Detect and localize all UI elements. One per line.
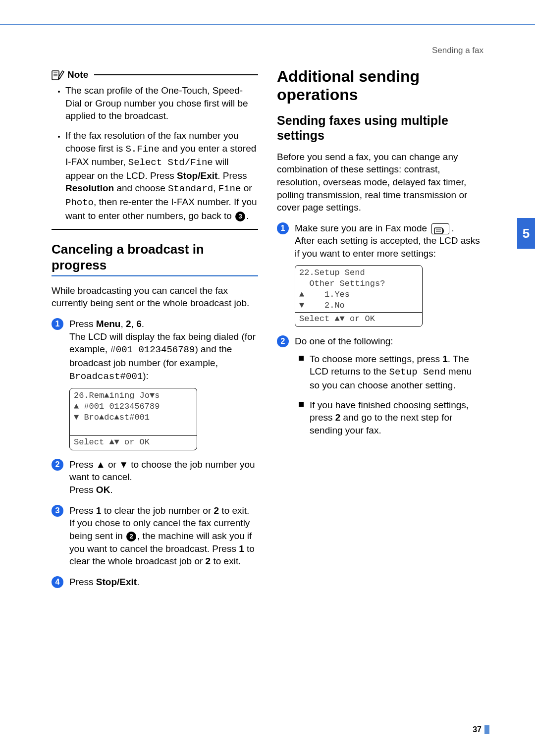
code-sfine: S.Fine [125,144,159,155]
code-fine: Fine [218,183,241,194]
key-1: 1 [96,505,102,516]
t: Press [69,459,96,470]
step-badge-2: 2 [52,459,63,471]
cancel-step-1: 1 Press Menu, 2, 6. The LCD will display… [52,318,258,450]
key-6: 6 [136,319,142,329]
multi-step-1: 1 Make sure you are in Fax mode . After … [277,222,483,327]
heading-multiple-settings: Sending faxes using multiple settings [277,113,483,143]
t: or [106,459,119,470]
t: , [213,183,218,193]
option-finished: If you have finished choosing settings, … [299,399,483,437]
lcd-line: 22.Setup Send [299,268,418,278]
heading-rule [52,275,258,276]
lcd-remaining-jobs: 26.Rem▲ining Jo▼s ▲ #001 0123456789 ▼ Br… [69,388,197,450]
ref-step-3-icon: 3 [235,212,245,221]
fax-mode-icon [431,223,449,234]
t: , [120,319,126,329]
lcd-line: ▲ #001 0123456789 [74,401,193,412]
code-photo: Photo [65,197,94,208]
note-title: Note [67,69,88,80]
key-2: 2 [214,505,219,516]
code-select-std-fine: Select Std/Fine [128,157,213,168]
page-number: 37 [473,725,482,734]
cancel-intro: While broadcasting you can cancel the fa… [52,284,258,310]
t: . [142,319,144,329]
heading-cancel-broadcast: Canceling a broadcast in progress [52,242,258,272]
note-end-rule [52,229,258,230]
t: After each setting is accepted, the LCD … [295,235,480,259]
btn-ok: OK [96,485,110,495]
btn-stop-exit: Stop/Exit [96,577,137,587]
cancel-step-2: 2 Press ▲ or ▼ to choose the job number … [52,458,258,496]
key-2: 2 [335,412,341,423]
t: or [241,183,252,193]
step-badge-1: 1 [52,318,63,330]
key-2: 2 [206,556,211,566]
option-more-settings: To choose more settings, press 1. The LC… [299,353,483,392]
cancel-step-3: 3 Press 1 to clear the job number or 2 t… [52,504,258,568]
note-bullet-2: If the fax resolution of the fax number … [65,129,258,222]
code-broadcast-example: Broadcast#001 [69,371,143,382]
ref-step-2-icon: 2 [126,532,136,541]
t: to exit. [219,505,249,516]
note-bullet-1-text: The scan profile of the One-Touch, Speed… [65,85,248,121]
multiple-settings-intro: Before you send a fax, you can change an… [277,151,483,214]
btn-resolution: Resolution [65,183,114,193]
left-column: Note The scan profile of the One-Touch, … [52,40,258,736]
lcd-line: ▼ Bro▲dc▲st#001 [74,412,193,423]
up-arrow-icon: ▲ [96,459,106,470]
step-badge-3: 3 [52,505,63,517]
page-number-bar [484,725,489,734]
step-badge-2: 2 [277,335,289,347]
note-icon [52,69,64,80]
lcd-line: ▲ 1.Yes [299,289,418,300]
down-arrow-icon: ▼ [119,459,128,470]
svg-rect-4 [434,228,442,234]
code-dial-example: #001 0123456789 [110,344,195,355]
lcd-setup-send: 22.Setup Send Other Settings? ▲ 1.Yes ▼ … [295,265,423,327]
lcd-footer: Select ▲▼ or OK [295,312,422,325]
lcd-line: ▼ 2.No [299,300,418,311]
t: and choose [114,183,168,193]
chapter-tab: 5 [517,218,535,249]
top-rule [0,24,535,25]
t: Press [69,577,96,587]
lcd-footer: Select ▲▼ or OK [70,435,197,449]
note-bullet-1: The scan profile of the One-Touch, Speed… [65,84,258,122]
step-badge-1: 1 [277,222,289,234]
cancel-step-4: 4 Press Stop/Exit. [52,576,258,589]
multi-step-2: 2 Do one of the following: To choose mor… [277,335,483,436]
key-1: 1 [239,543,244,554]
note-header-rule [94,74,258,75]
lcd-line: Other Settings? [299,278,418,289]
code-standard: Standard [168,183,213,194]
step-badge-4: 4 [52,576,63,588]
t: ): [143,371,149,381]
t: . [110,485,112,495]
t: , [131,319,137,329]
svg-rect-0 [52,71,59,80]
lcd-line [74,424,193,434]
t: Make sure you are in Fax mode [295,223,429,233]
btn-stop-exit: Stop/Exit [177,170,217,181]
right-column: Additional sending operations Sending fa… [277,40,483,736]
t: Press [69,485,96,495]
t: . [137,577,139,587]
t: . Press [217,170,247,181]
key-2: 2 [126,319,131,329]
t: To choose more settings, press [310,354,442,364]
code-setup-send: Setup Send [389,367,446,378]
t: . [451,223,454,233]
lcd-line: 26.Rem▲ining Jo▼s [74,390,193,401]
t: to clear the job number or [101,505,214,516]
t: . [246,211,249,221]
t: Press [69,505,96,516]
t: Do one of the following: [295,336,393,346]
t: Press [69,319,96,329]
key-1: 1 [442,354,448,364]
t: , then re-enter the I-FAX number. If you… [65,197,257,221]
btn-menu: Menu [96,319,121,329]
heading-additional-sending: Additional sending operations [277,67,483,104]
t: to exit. [211,556,241,566]
